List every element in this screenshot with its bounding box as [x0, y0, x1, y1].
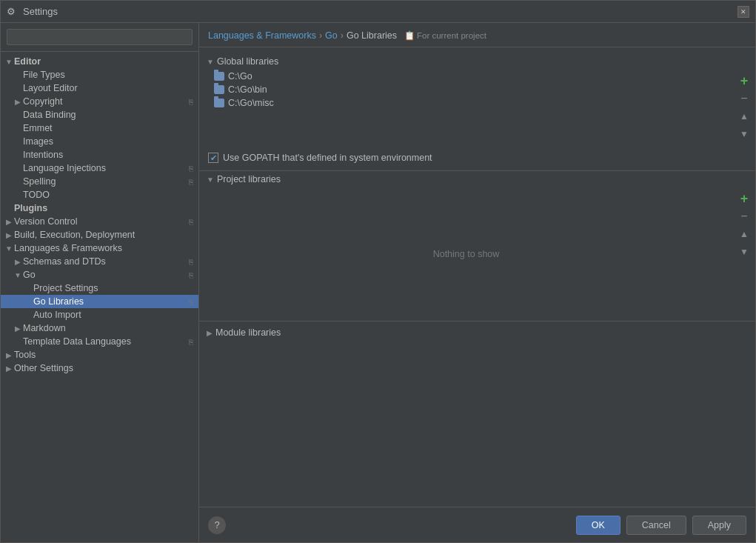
copy-icon: ⎘: [187, 217, 195, 226]
check-mark: ✔: [210, 153, 217, 163]
module-libraries-label[interactable]: ▶ Module libraries: [199, 324, 755, 341]
sidebar-item-spelling[interactable]: Spelling ⎘: [1, 175, 198, 188]
main-content: ▼ Editor File Types Layout Editor ▶ Copy…: [1, 23, 755, 542]
sidebar-item-plugins[interactable]: Plugins: [1, 201, 198, 215]
library-path: C:\Go\bin: [228, 84, 267, 95]
sidebar-item-schemas-dtds[interactable]: ▶ Schemas and DTDs ⎘: [1, 255, 198, 268]
library-path: C:\Go: [228, 71, 252, 81]
remove-global-library-button[interactable]: −: [736, 90, 752, 107]
copy-icon: ⎘: [187, 177, 195, 186]
search-input[interactable]: [7, 29, 193, 45]
sidebar-item-go-libraries[interactable]: Go Libraries ⎘: [1, 295, 198, 308]
sidebar-item-language-injections[interactable]: Language Injections ⎘: [1, 161, 198, 175]
expand-icon: ▼: [4, 56, 14, 67]
bottom-bar: ? OK Cancel Apply: [199, 507, 755, 542]
sidebar-item-emmet[interactable]: Emmet: [1, 121, 198, 135]
move-down-project-library-button[interactable]: ▼: [736, 244, 752, 260]
sidebar-item-project-settings[interactable]: Project Settings: [1, 282, 198, 295]
sidebar-item-markdown[interactable]: ▶ Markdown: [1, 322, 198, 335]
help-button[interactable]: ?: [208, 516, 226, 534]
sidebar-item-intentions[interactable]: Intentions: [1, 148, 198, 161]
empty-message: Nothing to show: [433, 249, 500, 259]
copy-icon: ⎘: [187, 270, 195, 279]
search-box: [1, 23, 198, 52]
library-item-go: C:\Go: [214, 70, 724, 83]
global-libraries-buttons: + − ▲ ▼: [733, 70, 755, 142]
library-item-go-bin: C:\Go\bin: [214, 83, 724, 96]
spacer: [23, 310, 33, 320]
sidebar-item-go[interactable]: ▼ Go ⎘: [1, 268, 198, 282]
spacer: [13, 190, 23, 200]
sidebar: ▼ Editor File Types Layout Editor ▶ Copy…: [1, 23, 199, 542]
apply-button[interactable]: Apply: [692, 516, 746, 535]
project-libraries-content: Nothing to show + − ▲ ▼: [199, 187, 755, 321]
folder-icon: [214, 85, 224, 94]
expand-icon: ▶: [13, 256, 23, 267]
sidebar-item-copyright[interactable]: ▶ Copyright ⎘: [1, 95, 198, 108]
collapse-icon: ▼: [207, 176, 214, 184]
expand-icon: ▶: [13, 323, 23, 333]
sidebar-item-version-control[interactable]: ▶ Version Control ⎘: [1, 215, 198, 228]
window-controls: ✕: [737, 6, 749, 18]
spacer: [13, 336, 23, 347]
expand-icon: ▼: [13, 270, 23, 280]
dialog-buttons: OK Cancel Apply: [576, 516, 746, 535]
sidebar-item-layout-editor[interactable]: Layout Editor: [1, 81, 198, 95]
expand-icon: ▶: [207, 329, 213, 337]
add-project-library-button[interactable]: +: [736, 190, 752, 207]
expand-icon: ▶: [13, 96, 23, 107]
expand-icon: ▶: [4, 350, 14, 360]
close-button[interactable]: ✕: [737, 6, 749, 18]
copy-icon: ⎘: [187, 97, 195, 106]
spacer: [13, 150, 23, 160]
spacer: [13, 83, 23, 93]
sidebar-item-editor[interactable]: ▼ Editor: [1, 55, 198, 68]
right-panel: Languages & Frameworks › Go › Go Librari…: [199, 23, 755, 542]
copy-icon: ⎘: [187, 164, 195, 173]
sidebar-item-file-types[interactable]: File Types: [1, 68, 198, 81]
gopath-checkbox-row[interactable]: ✔ Use GOPATH that's defined in system en…: [199, 148, 755, 167]
global-libraries-content: C:\Go C:\Go\bin C:\Go\misc: [199, 70, 755, 142]
spacer: [23, 283, 33, 293]
library-item-go-misc: C:\Go\misc: [214, 96, 724, 110]
global-libraries-section: ▼ Global libraries C:\Go: [199, 53, 755, 148]
remove-project-library-button[interactable]: −: [736, 208, 752, 224]
breadcrumb-meta-text: For current project: [417, 31, 486, 40]
ok-button[interactable]: OK: [576, 516, 620, 535]
gopath-checkbox[interactable]: ✔: [208, 153, 218, 163]
project-libraries-label[interactable]: ▼ Project libraries: [199, 171, 755, 187]
move-down-global-library-button[interactable]: ▼: [736, 126, 752, 142]
module-libraries-section: ▶ Module libraries: [199, 321, 755, 344]
copy-icon: ⎘: [187, 257, 195, 266]
sidebar-item-template-data-languages[interactable]: Template Data Languages ⎘: [1, 335, 198, 348]
sidebar-item-languages-frameworks[interactable]: ▼ Languages & Frameworks: [1, 241, 198, 255]
sidebar-item-todo[interactable]: TODO: [1, 188, 198, 201]
folder-icon: [214, 72, 224, 81]
sidebar-item-images[interactable]: Images: [1, 135, 198, 148]
panel-body: ▼ Global libraries C:\Go: [199, 47, 755, 507]
libraries-list: C:\Go C:\Go\bin C:\Go\misc: [199, 70, 733, 110]
sidebar-item-auto-import[interactable]: Auto Import: [1, 308, 198, 322]
collapse-icon: ▼: [207, 58, 214, 66]
copy-icon: ⎘: [187, 297, 195, 306]
app-icon: ⚙: [7, 6, 19, 18]
sidebar-item-other-settings[interactable]: ▶ Other Settings: [1, 362, 198, 375]
spacer: [13, 176, 23, 187]
breadcrumb-languages-frameworks[interactable]: Languages & Frameworks: [208, 30, 316, 41]
project-libraries-list: Nothing to show: [199, 187, 733, 321]
move-up-global-library-button[interactable]: ▲: [736, 108, 752, 124]
copy-icon: ⎘: [187, 337, 195, 346]
expand-icon: ▶: [4, 363, 14, 373]
cancel-button[interactable]: Cancel: [626, 516, 686, 535]
spacer: [13, 123, 23, 133]
move-up-project-library-button[interactable]: ▲: [736, 226, 752, 242]
sidebar-item-build-execution[interactable]: ▶ Build, Execution, Deployment: [1, 228, 198, 241]
sidebar-item-tools[interactable]: ▶ Tools: [1, 348, 198, 362]
folder-icon: [214, 99, 224, 107]
expand-icon: ▼: [4, 243, 14, 253]
global-libraries-label[interactable]: ▼ Global libraries: [199, 53, 755, 70]
gopath-label: Use GOPATH that's defined in system envi…: [223, 153, 432, 163]
sidebar-item-data-binding[interactable]: Data Binding: [1, 108, 198, 121]
add-global-library-button[interactable]: +: [736, 73, 752, 89]
breadcrumb-go[interactable]: Go: [325, 30, 338, 41]
